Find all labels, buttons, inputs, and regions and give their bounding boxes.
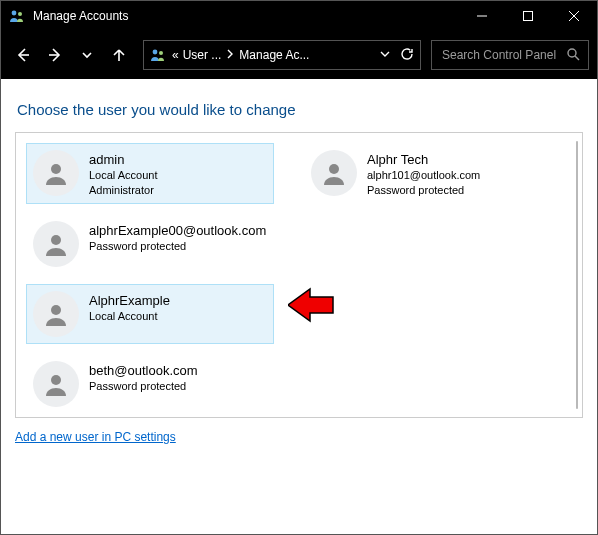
svg-point-10: [568, 49, 576, 57]
location-icon: [150, 47, 166, 63]
account-text: beth@outlook.comPassword protected: [89, 361, 198, 394]
search-icon[interactable]: [566, 47, 580, 64]
account-name: AlphrExample: [89, 293, 170, 309]
page-heading: Choose the user you would like to change: [17, 101, 583, 118]
scrollbar[interactable]: [576, 141, 578, 409]
account-sub2: Administrator: [89, 183, 158, 197]
avatar: [33, 150, 79, 196]
app-icon: [9, 8, 25, 24]
svg-point-0: [12, 11, 17, 16]
svg-point-15: [51, 305, 61, 315]
window-controls: [459, 1, 597, 31]
account-text: Alphr Techalphr101@outlook.comPassword p…: [367, 150, 480, 197]
account-tile[interactable]: alphrExample00@outlook.comPassword prote…: [26, 214, 274, 274]
account-name: alphrExample00@outlook.com: [89, 223, 266, 239]
account-name: admin: [89, 152, 158, 168]
account-text: adminLocal AccountAdministrator: [89, 150, 158, 197]
search-box[interactable]: [431, 40, 589, 70]
breadcrumb-prefix[interactable]: «: [172, 48, 179, 62]
account-text: alphrExample00@outlook.comPassword prote…: [89, 221, 266, 254]
account-tile[interactable]: AlphrExampleLocal Account: [26, 284, 274, 344]
maximize-button[interactable]: [505, 1, 551, 31]
svg-point-13: [329, 164, 339, 174]
svg-line-11: [575, 56, 579, 60]
avatar: [33, 291, 79, 337]
account-sub1: Password protected: [89, 379, 198, 393]
address-dropdown-button[interactable]: [380, 48, 390, 62]
svg-point-14: [51, 235, 61, 245]
account-name: Alphr Tech: [367, 152, 480, 168]
account-sub2: Password protected: [367, 183, 480, 197]
back-button[interactable]: [9, 41, 37, 69]
svg-point-16: [51, 375, 61, 385]
svg-point-1: [18, 12, 22, 16]
window-title: Manage Accounts: [33, 9, 459, 23]
recent-locations-button[interactable]: [73, 41, 101, 69]
breadcrumb-item-2[interactable]: Manage Ac...: [239, 48, 309, 62]
up-button[interactable]: [105, 41, 133, 69]
account-sub1: alphr101@outlook.com: [367, 168, 480, 182]
titlebar: Manage Accounts: [1, 1, 597, 31]
navbar: « User ... Manage Ac...: [1, 31, 597, 79]
content-area: Choose the user you would like to change…: [1, 79, 597, 534]
minimize-button[interactable]: [459, 1, 505, 31]
svg-point-8: [153, 50, 158, 55]
avatar: [33, 221, 79, 267]
account-sub1: Local Account: [89, 309, 170, 323]
account-text: AlphrExampleLocal Account: [89, 291, 170, 324]
account-tile[interactable]: adminLocal AccountAdministrator: [26, 143, 274, 204]
account-name: beth@outlook.com: [89, 363, 198, 379]
account-sub1: Local Account: [89, 168, 158, 182]
svg-rect-3: [524, 12, 533, 21]
svg-point-12: [51, 164, 61, 174]
avatar: [33, 361, 79, 407]
account-list: adminLocal AccountAdministratorAlphr Tec…: [15, 132, 583, 418]
search-input[interactable]: [440, 47, 560, 63]
avatar: [311, 150, 357, 196]
close-button[interactable]: [551, 1, 597, 31]
breadcrumb-item-1[interactable]: User ...: [183, 48, 222, 62]
address-bar[interactable]: « User ... Manage Ac...: [143, 40, 421, 70]
account-tile[interactable]: Alphr Techalphr101@outlook.comPassword p…: [304, 143, 552, 204]
svg-point-9: [159, 51, 163, 55]
account-sub1: Password protected: [89, 239, 266, 253]
red-arrow-annotation: [288, 287, 334, 323]
forward-button[interactable]: [41, 41, 69, 69]
breadcrumb-separator-icon: [227, 48, 233, 62]
refresh-button[interactable]: [400, 47, 414, 64]
account-tile[interactable]: beth@outlook.comPassword protected: [26, 354, 274, 414]
add-user-link[interactable]: Add a new user in PC settings: [15, 430, 176, 444]
